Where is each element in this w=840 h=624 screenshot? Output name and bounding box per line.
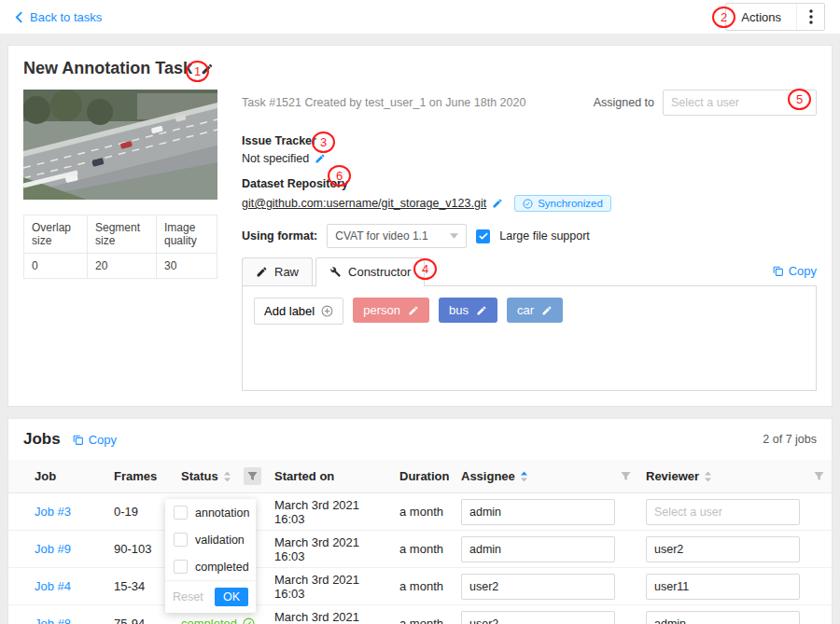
top-bar: Back to tasks Actions xyxy=(0,0,840,34)
task-title: New Annotation Task xyxy=(23,59,192,78)
table-row: Job #9 90-103 March 3rd 2021 16:03 a mon… xyxy=(8,531,832,568)
filter-ok-button[interactable]: OK xyxy=(215,588,248,606)
edit-issue-tracker-icon[interactable] xyxy=(315,153,326,164)
reviewer-select[interactable] xyxy=(646,611,800,624)
column-header-reviewer-label: Reviewer xyxy=(646,469,699,483)
sort-icon[interactable] xyxy=(224,471,231,482)
assignee-select[interactable] xyxy=(461,499,615,525)
job-link[interactable]: Job #9 xyxy=(35,542,71,556)
param-value-quality: 30 xyxy=(156,254,217,279)
reviewer-select[interactable] xyxy=(646,536,800,562)
column-header-status[interactable]: Status xyxy=(174,460,267,493)
filter-option-validation[interactable]: validation xyxy=(165,526,256,553)
status-filter-icon[interactable] xyxy=(244,467,261,485)
sync-status-badge: Synchronized xyxy=(514,195,611,212)
assignee-select[interactable] xyxy=(663,90,817,116)
label-chip-bus: bus xyxy=(439,298,497,323)
tab-constructor[interactable]: Constructor xyxy=(315,257,425,286)
param-header-overlap: Overlap size xyxy=(24,215,88,254)
large-file-support-checkbox[interactable] xyxy=(476,229,490,243)
labels-panel: Add label person bus xyxy=(242,286,817,391)
reviewer-filter-icon[interactable] xyxy=(814,471,824,481)
tab-raw-label: Raw xyxy=(274,265,299,279)
large-file-support-label: Large file support xyxy=(499,229,590,243)
issue-tracker-label: Issue Tracker xyxy=(242,134,817,147)
copy-icon xyxy=(772,265,784,277)
jobs-copy-link[interactable]: Copy xyxy=(72,433,117,447)
column-header-reviewer[interactable]: Reviewer xyxy=(638,460,832,493)
column-header-frames: Frames xyxy=(106,460,174,493)
checkbox[interactable] xyxy=(174,533,188,547)
filter-option-annotation[interactable]: annotation xyxy=(165,499,256,526)
job-link[interactable]: Job #4 xyxy=(35,579,71,593)
sort-icon[interactable] xyxy=(521,471,527,482)
check-circle-icon xyxy=(523,199,533,209)
edit-repository-icon[interactable] xyxy=(492,198,503,209)
filter-option-completed-label: completed xyxy=(195,561,249,574)
jobs-count: 2 of 7 jobs xyxy=(763,433,817,446)
labels-copy-link[interactable]: Copy xyxy=(772,264,817,278)
task-parameters-table: Overlap size Segment size Image quality … xyxy=(23,215,217,279)
param-value-overlap: 0 xyxy=(24,254,88,279)
reviewer-select[interactable] xyxy=(646,499,800,525)
repository-url: git@github.com:username/git_storage_v123… xyxy=(242,197,486,210)
wrench-icon xyxy=(329,266,342,278)
started-cell: March 3rd 2021 16:03 xyxy=(267,568,392,605)
duration-cell: a month xyxy=(392,493,454,531)
more-menu-icon[interactable] xyxy=(796,4,824,30)
tab-constructor-label: Constructor xyxy=(348,265,411,279)
check-circle-icon xyxy=(243,617,255,624)
tab-raw[interactable]: Raw xyxy=(242,257,313,285)
assignee-select[interactable] xyxy=(461,536,615,562)
chevron-left-icon xyxy=(15,11,23,23)
assigned-to-label: Assigned to xyxy=(594,96,654,109)
checkbox[interactable] xyxy=(174,560,188,574)
table-row: Job #4 15-34 March 3rd 2021 16:03 a mont… xyxy=(8,568,832,605)
started-cell: March 3rd 2021 16:03 xyxy=(267,605,392,624)
back-to-tasks-link[interactable]: Back to tasks xyxy=(15,10,102,24)
column-header-assignee[interactable]: Assignee xyxy=(454,460,638,493)
column-header-duration: Duration xyxy=(392,460,454,493)
assignee-select[interactable] xyxy=(461,574,615,600)
column-header-started: Started on xyxy=(267,460,392,493)
edit-title-icon[interactable] xyxy=(201,62,214,76)
status-badge: completed xyxy=(181,617,259,624)
reviewer-select[interactable] xyxy=(646,574,800,600)
jobs-table: Job Frames Status Started on xyxy=(8,460,832,624)
edit-label-car-icon[interactable] xyxy=(541,305,553,316)
copy-icon xyxy=(72,434,84,446)
started-cell: March 3rd 2021 16:03 xyxy=(267,493,392,531)
status-completed-label: completed xyxy=(181,617,237,624)
label-chip-person-name: person xyxy=(363,303,400,317)
back-to-tasks-label: Back to tasks xyxy=(30,10,102,24)
param-header-segment: Segment size xyxy=(87,215,156,254)
using-format-label: Using format: xyxy=(242,229,317,243)
filter-option-validation-label: validation xyxy=(195,534,245,547)
labels-copy-label: Copy xyxy=(789,264,817,278)
filter-option-completed[interactable]: completed xyxy=(165,553,256,580)
edit-label-person-icon[interactable] xyxy=(408,305,419,316)
jobs-card: Jobs Copy 2 of 7 jobs Job Frames Status xyxy=(7,418,833,624)
sort-icon[interactable] xyxy=(705,471,711,482)
label-chip-car: car xyxy=(507,298,563,323)
issue-tracker-value: Not specified xyxy=(242,152,309,165)
filter-option-annotation-label: annotation xyxy=(195,506,249,520)
duration-cell: a month xyxy=(392,568,454,605)
table-row: Job #8 75-94 completed March 3rd 2021 16… xyxy=(8,605,832,624)
assignee-select[interactable] xyxy=(461,611,615,624)
job-link[interactable]: Job #3 xyxy=(35,505,71,519)
actions-button[interactable]: Actions xyxy=(725,3,825,31)
frames-cell: 15-34 xyxy=(106,568,174,605)
table-row: Job #3 0-19 March 3rd 2021 16:03 a month xyxy=(8,493,832,531)
checkbox[interactable] xyxy=(174,506,188,520)
format-select[interactable]: CVAT for video 1.1 xyxy=(327,224,467,248)
sync-status-label: Synchronized xyxy=(538,198,603,209)
chevron-down-icon xyxy=(450,233,458,239)
duration-cell: a month xyxy=(392,605,454,624)
job-link[interactable]: Job #8 xyxy=(35,617,71,624)
assignee-filter-icon[interactable] xyxy=(621,471,631,481)
task-details-card: New Annotation Task xyxy=(7,45,833,407)
edit-label-bus-icon[interactable] xyxy=(476,305,487,316)
add-label-button[interactable]: Add label xyxy=(254,298,343,325)
filter-reset-button[interactable]: Reset xyxy=(173,590,203,603)
